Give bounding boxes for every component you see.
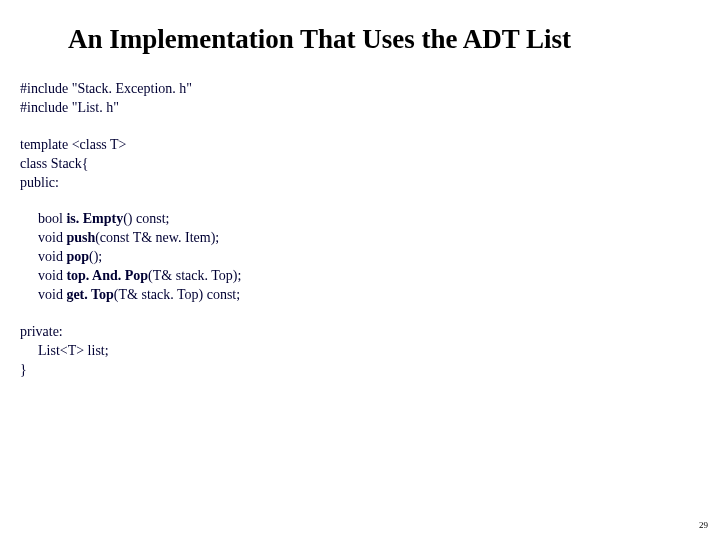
include-line-1: #include "Stack. Exception. h" [20, 80, 700, 99]
m5-post: (T& stack. Top) const; [114, 287, 240, 302]
private-block: private: List<T> list; } [20, 323, 700, 380]
m5-pre: void [38, 287, 66, 302]
slide-title: An Implementation That Uses the ADT List [68, 24, 700, 55]
m5-name: get. Top [66, 287, 113, 302]
m1-post: () const; [123, 211, 169, 226]
method-gettop: void get. Top(T& stack. Top) const; [38, 286, 700, 305]
class-close: } [20, 361, 700, 380]
m2-name: push [66, 230, 95, 245]
m1-pre: bool [38, 211, 66, 226]
method-push: void push(const T& new. Item); [38, 229, 700, 248]
class-decl-block: template <class T> class Stack{ public: [20, 136, 700, 193]
private-member: List<T> list; [38, 342, 700, 361]
public-label: public: [20, 174, 700, 193]
m2-post: (const T& new. Item); [95, 230, 219, 245]
m3-pre: void [38, 249, 66, 264]
template-line: template <class T> [20, 136, 700, 155]
class-line: class Stack{ [20, 155, 700, 174]
m4-post: (T& stack. Top); [148, 268, 241, 283]
m4-name: top. And. Pop [66, 268, 148, 283]
slide: An Implementation That Uses the ADT List… [0, 0, 720, 540]
private-label: private: [20, 323, 700, 342]
method-pop: void pop(); [38, 248, 700, 267]
slide-body: #include "Stack. Exception. h" #include … [20, 80, 700, 398]
include-line-2: #include "List. h" [20, 99, 700, 118]
m1-name: is. Empty [66, 211, 123, 226]
m3-post: (); [89, 249, 102, 264]
includes-block: #include "Stack. Exception. h" #include … [20, 80, 700, 118]
method-topandpop: void top. And. Pop(T& stack. Top); [38, 267, 700, 286]
method-isempty: bool is. Empty() const; [38, 210, 700, 229]
m4-pre: void [38, 268, 66, 283]
methods-block: bool is. Empty() const; void push(const … [38, 210, 700, 304]
m2-pre: void [38, 230, 66, 245]
page-number: 29 [699, 520, 708, 530]
m3-name: pop [66, 249, 89, 264]
